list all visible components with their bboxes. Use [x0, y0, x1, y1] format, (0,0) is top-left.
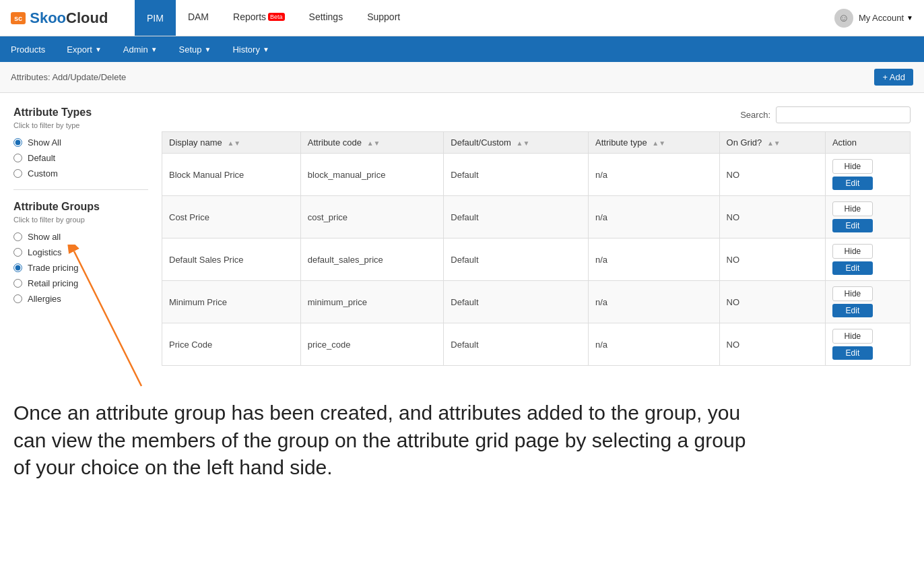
sidebar: Attribute Types Click to filter by type … [13, 106, 148, 366]
chevron-down-icon: ▼ [151, 46, 158, 53]
cell-on-grid: NO [719, 154, 825, 196]
add-button[interactable]: + Add [874, 69, 913, 86]
cell-action: Hide Edit [825, 239, 910, 281]
col-attribute-type[interactable]: Attribute type ▲▼ [589, 132, 720, 154]
attribute-group-filters: Show all Logistics Trade pricing Retail … [13, 232, 148, 304]
hide-button[interactable]: Hide [832, 329, 873, 344]
sort-icon: ▲▼ [517, 139, 530, 147]
table-row: Block Manual Price block_manual_price De… [162, 154, 911, 196]
nav-pim[interactable]: PIM [135, 0, 176, 36]
cell-display-name: Block Manual Price [162, 154, 301, 196]
cell-attribute-code: minimum_price [300, 281, 444, 323]
cell-attribute-code: block_manual_price [300, 154, 444, 196]
chevron-down-icon: ▼ [95, 46, 102, 53]
cell-display-name: Default Sales Price [162, 239, 301, 281]
table-header-row: Display name ▲▼ Attribute code ▲▼ Defaul… [162, 132, 911, 154]
cell-default-custom: Default [444, 196, 589, 239]
col-display-name[interactable]: Display name ▲▼ [162, 132, 301, 154]
logo-text: SkooCloud [30, 9, 108, 27]
cell-default-custom: Default [444, 323, 589, 366]
col-action: Action [825, 132, 910, 154]
sort-icon: ▲▼ [227, 139, 240, 147]
filter-show-all-type[interactable]: Show All [13, 137, 148, 148]
col-on-grid[interactable]: On Grid? ▲▼ [719, 132, 825, 154]
edit-button[interactable]: Edit [832, 346, 873, 360]
nav-history[interactable]: History ▼ [222, 36, 279, 62]
col-default-custom[interactable]: Default/Custom ▲▼ [444, 132, 589, 154]
breadcrumb: Attributes: Add/Update/Delete [11, 72, 126, 82]
col-attribute-code[interactable]: Attribute code ▲▼ [300, 132, 444, 154]
cell-on-grid: NO [719, 281, 825, 323]
cell-default-custom: Default [444, 281, 589, 323]
sort-icon: ▲▼ [767, 139, 781, 147]
annotation-text: Once an attribute group has been created… [13, 386, 754, 482]
chevron-down-icon: ▼ [906, 14, 913, 22]
nav-dam[interactable]: DAM [176, 0, 221, 36]
attribute-types-title: Attribute Types [13, 106, 148, 119]
chevron-down-icon: ▼ [263, 46, 269, 53]
attribute-type-filters: Show All Default Custom [13, 137, 148, 179]
account-label: My Account [859, 13, 904, 23]
main-content: Attribute Types Click to filter by type … [0, 93, 924, 379]
nav-setup[interactable]: Setup ▼ [168, 36, 222, 62]
table-area: Search: Display name ▲▼ Attribute code ▲… [162, 106, 911, 366]
second-nav: Products Export ▼ Admin ▼ Setup ▼ Histor… [0, 36, 924, 62]
cell-action: Hide Edit [825, 323, 910, 366]
cell-attribute-code: default_sales_price [300, 239, 444, 281]
page-header: Attributes: Add/Update/Delete + Add [0, 62, 924, 93]
beta-badge: Beta [268, 13, 285, 21]
hide-button[interactable]: Hide [832, 286, 873, 301]
filter-retail-pricing[interactable]: Retail pricing [13, 278, 148, 288]
table-row: Cost Price cost_price Default n/a NO Hid… [162, 196, 911, 239]
edit-button[interactable]: Edit [832, 261, 873, 275]
edit-button[interactable]: Edit [832, 304, 873, 317]
nav-products[interactable]: Products [0, 36, 56, 62]
logo-area: sc SkooCloud [0, 0, 135, 36]
cell-display-name: Minimum Price [162, 281, 301, 323]
hide-button[interactable]: Hide [832, 159, 873, 174]
logo-icon: sc [11, 12, 26, 24]
table-row: Default Sales Price default_sales_price … [162, 239, 911, 281]
sort-icon: ▲▼ [652, 139, 665, 147]
cell-default-custom: Default [444, 239, 589, 281]
attribute-groups-subtitle: Click to filter by group [13, 216, 148, 224]
filter-default[interactable]: Default [13, 153, 148, 163]
sidebar-divider [13, 189, 148, 190]
cell-attribute-type: n/a [589, 154, 720, 196]
cell-display-name: Price Code [162, 323, 301, 366]
cell-attribute-type: n/a [589, 239, 720, 281]
cell-attribute-type: n/a [589, 323, 720, 366]
filter-logistics[interactable]: Logistics [13, 247, 148, 257]
edit-button[interactable]: Edit [832, 177, 873, 190]
nav-reports[interactable]: ReportsBeta [221, 0, 297, 36]
nav-export[interactable]: Export ▼ [56, 36, 112, 62]
nav-support[interactable]: Support [355, 0, 412, 36]
cell-display-name: Cost Price [162, 196, 301, 239]
filter-allergies[interactable]: Allergies [13, 294, 148, 304]
top-nav: sc SkooCloud PIM DAM ReportsBeta Setting… [0, 0, 924, 36]
edit-button[interactable]: Edit [832, 219, 873, 232]
nav-admin[interactable]: Admin ▼ [112, 36, 168, 62]
attribute-types-subtitle: Click to filter by type [13, 121, 148, 129]
cell-default-custom: Default [444, 154, 589, 196]
account-area[interactable]: ☺ My Account ▼ [824, 0, 924, 36]
attribute-groups-title: Attribute Groups [13, 201, 148, 213]
top-nav-items: PIM DAM ReportsBeta Settings Support [135, 0, 824, 36]
cell-on-grid: NO [719, 239, 825, 281]
search-input[interactable] [776, 106, 911, 123]
table-row: Minimum Price minimum_price Default n/a … [162, 281, 911, 323]
avatar: ☺ [834, 9, 853, 28]
filter-trade-pricing[interactable]: Trade pricing [13, 263, 148, 273]
hide-button[interactable]: Hide [832, 244, 873, 259]
cell-action: Hide Edit [825, 196, 910, 239]
cell-attribute-type: n/a [589, 196, 720, 239]
cell-action: Hide Edit [825, 154, 910, 196]
nav-settings[interactable]: Settings [297, 0, 356, 36]
sort-icon: ▲▼ [367, 139, 381, 147]
cell-on-grid: NO [719, 323, 825, 366]
hide-button[interactable]: Hide [832, 201, 873, 216]
filter-custom[interactable]: Custom [13, 168, 148, 179]
search-label: Search: [740, 110, 770, 120]
cell-attribute-code: cost_price [300, 196, 444, 239]
filter-show-all-group[interactable]: Show all [13, 232, 148, 242]
